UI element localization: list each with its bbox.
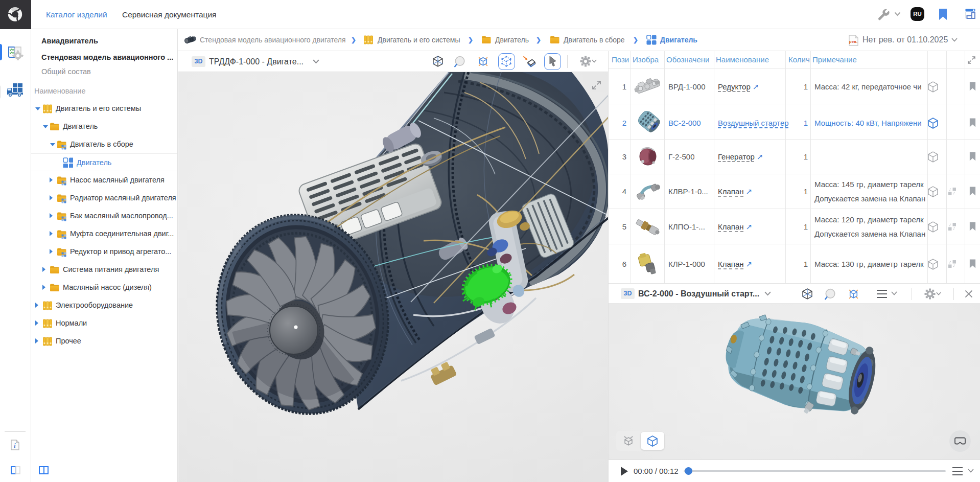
- svg-text:рев.: рев.: [849, 39, 857, 44]
